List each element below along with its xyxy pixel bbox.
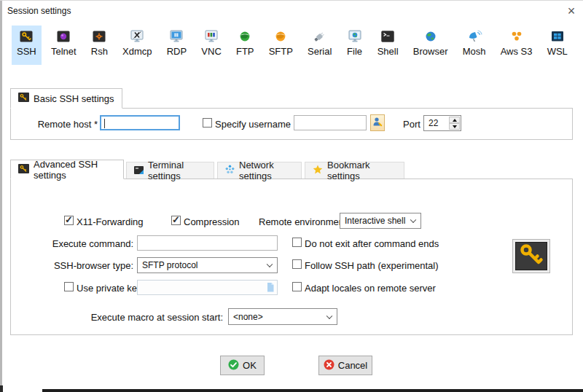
tab-advanced-ssh-settings[interactable]: Advanced SSH settings — [10, 160, 124, 179]
dialog-title: Session settings — [7, 6, 71, 16]
ok-button[interactable]: OK — [220, 356, 265, 375]
x11-forwarding-checkbox[interactable]: ✓ — [64, 216, 74, 225]
specify-username-checkbox[interactable] — [203, 118, 212, 128]
key-icon — [18, 93, 29, 104]
follow-ssh-path-label: Follow SSH path (experimental) — [305, 260, 439, 271]
session-type-label: FTP — [236, 46, 254, 57]
no-exit-checkbox[interactable] — [292, 238, 302, 247]
basic-tab-label: Basic SSH settings — [34, 93, 114, 104]
port-label: Port — [403, 119, 420, 130]
text-caret — [104, 119, 105, 128]
vnc-monitor-icon — [203, 30, 219, 43]
tab-bookmark-settings[interactable]: Bookmark settings — [305, 162, 404, 179]
shell-terminal-icon — [380, 30, 396, 43]
use-private-key-checkbox[interactable] — [64, 282, 74, 291]
session-type-shell[interactable]: Shell — [372, 26, 404, 65]
file-monitor-globe-icon — [347, 30, 363, 43]
session-type-label: Telnet — [51, 46, 77, 57]
close-icon[interactable]: × — [563, 2, 580, 20]
session-type-xdmcp[interactable]: Xdmcp — [117, 26, 157, 65]
session-type-aws-s3[interactable]: Aws S3 — [496, 26, 538, 65]
dropdown-value: <none> — [233, 312, 263, 322]
mosh-satellite-icon — [466, 30, 482, 43]
remote-host-label: Remote host * — [20, 119, 98, 130]
key-icon — [18, 164, 29, 176]
dropdown-value: Interactive shell — [345, 216, 405, 226]
file-page-icon[interactable] — [267, 283, 274, 294]
x11-forwarding-label: X11-Forwarding — [77, 216, 144, 227]
cancel-button[interactable]: Cancel — [318, 356, 372, 375]
session-type-label: Mosh — [463, 46, 486, 57]
session-type-rdp[interactable]: RDP — [162, 26, 192, 65]
wsl-windows-icon — [549, 30, 566, 43]
dropdown-value: SFTP protocol — [142, 260, 197, 270]
session-type-mosh[interactable]: Mosh — [458, 26, 491, 65]
xdmcp-monitor-icon — [129, 30, 145, 43]
orange-globe-icon — [273, 30, 289, 43]
compression-label: Compression — [184, 216, 240, 227]
remote-host-input[interactable] — [100, 115, 180, 130]
follow-ssh-path-checkbox[interactable] — [292, 259, 302, 269]
execute-command-input[interactable] — [137, 235, 278, 251]
session-type-label: VNC — [201, 46, 221, 57]
rdp-monitor-icon — [168, 30, 184, 43]
remote-environment-dropdown[interactable]: Interactive shell — [340, 213, 421, 229]
session-type-rsh[interactable]: Rsh — [86, 26, 113, 65]
execute-macro-dropdown[interactable]: <none> — [228, 308, 337, 325]
tab-label: Network settings — [239, 160, 294, 181]
window-bottom-corner — [0, 385, 3, 392]
session-type-telnet[interactable]: Telnet — [46, 26, 82, 65]
session-type-label: RDP — [167, 46, 187, 57]
username-input[interactable] — [294, 115, 367, 130]
tab-label: Terminal settings — [148, 160, 206, 181]
specify-username-label: Specify username — [215, 119, 291, 130]
session-type-label: WSL — [547, 46, 568, 57]
tab-network-settings[interactable]: Network settings — [217, 162, 302, 179]
execute-command-label: Execute command: — [25, 238, 133, 249]
ssh-key-button[interactable] — [512, 239, 550, 273]
telnet-sphere-icon — [55, 30, 71, 43]
session-type-label: Xdmcp — [122, 46, 152, 57]
basic-ssh-settings-tab[interactable]: Basic SSH settings — [10, 88, 122, 109]
session-type-file[interactable]: File — [342, 26, 368, 65]
session-settings-dialog: Session settings × SSH Telnet Rsh Xdmcp … — [0, 0, 583, 392]
window-left-edge — [0, 1, 2, 387]
ssh-browser-type-dropdown[interactable]: SFTP protocol — [137, 257, 278, 273]
select-user-button[interactable] — [370, 114, 385, 131]
execute-macro-label: Execute macro at session start: — [25, 312, 223, 323]
spin-up-button[interactable] — [449, 117, 460, 123]
private-key-input[interactable] — [137, 280, 278, 295]
session-type-label: Rsh — [91, 46, 108, 57]
browser-globe-icon — [423, 30, 439, 43]
checkbox-mark: ✓ — [65, 214, 73, 225]
session-type-browser[interactable]: Browser — [408, 26, 453, 65]
session-type-ssh[interactable]: SSH — [12, 26, 42, 65]
ssh-key-icon — [18, 30, 34, 43]
port-spinner[interactable]: 22 — [423, 115, 461, 131]
spin-down-button[interactable] — [449, 123, 460, 130]
session-type-vnc[interactable]: VNC — [196, 26, 226, 65]
session-type-label: Serial — [308, 46, 332, 57]
terminal-icon — [134, 165, 144, 176]
session-type-strip: SSH Telnet Rsh Xdmcp RDP VNC FTP — [12, 26, 573, 65]
session-type-wsl[interactable]: WSL — [542, 26, 573, 65]
session-type-serial[interactable]: Serial — [302, 26, 337, 65]
window-bottom-edge-dark — [42, 389, 583, 392]
basic-ssh-settings-group: Basic SSH settings Remote host * Specify… — [10, 88, 573, 140]
ok-check-icon — [228, 359, 239, 372]
network-dots-icon — [225, 165, 235, 176]
advanced-settings-group: Advanced SSH settings Terminal settings … — [10, 160, 573, 335]
compression-checkbox[interactable]: ✓ — [171, 216, 181, 225]
tab-terminal-settings[interactable]: Terminal settings — [126, 162, 214, 179]
checkbox-mark: ✓ — [172, 214, 180, 225]
window-bottom-edge-light — [2, 389, 42, 392]
rsh-gear-icon — [91, 30, 107, 43]
ssh-key-button-face — [515, 242, 547, 270]
session-type-sftp[interactable]: SFTP — [264, 26, 298, 65]
session-type-ftp[interactable]: FTP — [231, 26, 259, 65]
tab-label: Advanced SSH settings — [34, 159, 116, 181]
remote-environment-label: Remote environment: — [259, 216, 349, 227]
cancel-x-icon — [324, 359, 334, 372]
adapt-locales-checkbox[interactable] — [292, 282, 302, 291]
ssh-browser-type-label: SSH-browser type: — [25, 260, 133, 271]
